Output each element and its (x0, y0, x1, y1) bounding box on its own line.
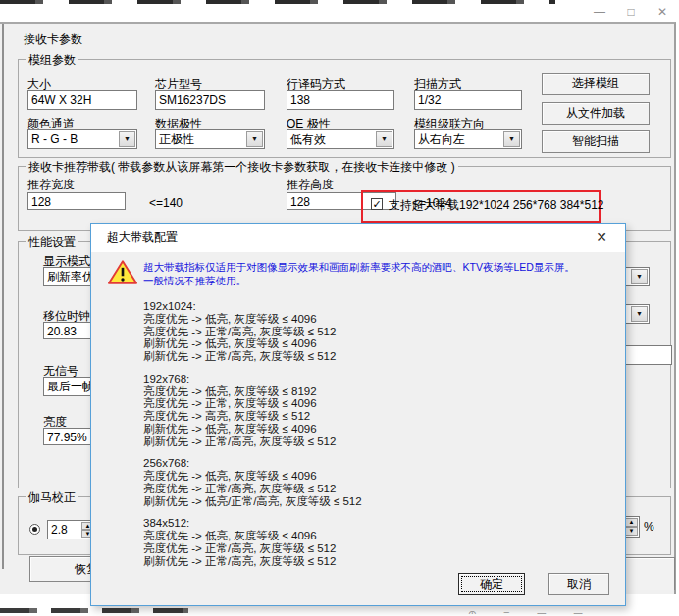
spin-down-icon[interactable]: ▼ (625, 527, 638, 536)
warning-text-line2: 一般情况不推荐使用。 (143, 275, 246, 287)
smart-scan-button[interactable]: 智能扫描 (542, 130, 650, 153)
section-line: 亮度优先 -> 正常/高亮, 灰度等级 ≤ 512 (143, 326, 362, 338)
clipped-bottom-fragments (0, 608, 188, 613)
section-line: 亮度优先 -> 低亮, 灰度等级 ≤ 4096 (143, 313, 362, 326)
row-decode-input[interactable]: 138 (287, 90, 394, 110)
chevron-down-icon[interactable]: ▼ (631, 269, 648, 284)
oe-polarity-value: 低有效 (290, 132, 326, 146)
cascade-dir-value: 从右向左 (418, 132, 465, 146)
section-line: 亮度优先 -> 高亮, 灰度等级 ≤ 512 (143, 410, 362, 423)
load-spec-list: 192x1024: 亮度优先 -> 低亮, 灰度等级 ≤ 4096 亮度优先 -… (143, 300, 362, 577)
scan-mode-input[interactable]: 1/32 (414, 90, 522, 110)
chevron-down-icon[interactable]: ▼ (631, 306, 648, 322)
section-line: 亮度优先 -> 正常/高亮, 灰度等级 ≤ 512 (143, 542, 362, 555)
rec-width-label: 推荐宽度 (27, 177, 75, 193)
recommended-load-group-title: 接收卡推荐带载( 带载参数从该屏幕第一个接收卡参数获取，在接收卡连接中修改 ) (26, 159, 458, 176)
cascade-dir-select[interactable]: 从右向左 ▼ (414, 129, 522, 149)
performance-group-title: 性能设置 (26, 234, 78, 251)
color-channel-value: R - G - B (31, 132, 78, 146)
color-channel-select[interactable]: R - G - B ▼ (27, 129, 137, 149)
load-spec-section: 256x768: 亮度优先 -> 低亮, 灰度等级 ≤ 4096 亮度优先 ->… (143, 457, 362, 507)
section-line: 刷新优先 -> 正常/高亮, 灰度等级 ≤ 512 (143, 350, 362, 363)
select-module-button[interactable]: 选择模组 (542, 73, 650, 95)
section-header: 192x1024: (143, 300, 362, 313)
panel-left-divider (2, 24, 4, 569)
section-header: 384x512: (143, 517, 362, 530)
chevron-down-icon[interactable]: ▼ (376, 131, 392, 147)
super-load-config-dialog: 超大带载配置 ✕ 超大带载指标仅适用于对图像显示效果和画面刷新率要求不高的酒吧、… (90, 223, 626, 606)
load-from-file-button[interactable]: 从文件加载 (542, 102, 650, 125)
no-signal-value: 最后一帧 (47, 380, 94, 393)
section-line: 亮度优先 -> 正常/高亮, 灰度等级 ≤ 512 (143, 483, 362, 495)
module-params-group-title: 模组参数 (26, 52, 78, 69)
spin-up-icon[interactable]: ▲ (625, 518, 638, 527)
section-header: 192x768: (143, 373, 362, 385)
data-polarity-select[interactable]: 正极性 ▼ (155, 129, 265, 149)
window-titlebar: — □ ✕ (0, 4, 679, 22)
super-load-checkbox-label[interactable]: 支持超大带载192*1024 256*768 384*512 (389, 197, 603, 214)
load-spec-section: 192x768: 亮度优先 -> 低亮, 灰度等级 ≤ 8192 亮度优先 ->… (143, 373, 362, 448)
section-line: 刷新优先 -> 低亮, 灰度等级 ≤ 4096 (143, 423, 362, 436)
section-header: 256x768: (143, 457, 362, 470)
chevron-down-icon[interactable]: ▼ (246, 131, 263, 147)
section-line: 刷新优先 -> 低亮/正常/高亮, 灰度等级 ≤ 512 (143, 495, 362, 508)
gamma-value: 2.8 (51, 523, 68, 537)
gamma-stepper[interactable]: 2.8 ▲ ▼ (47, 520, 96, 539)
rec-height-label: 推荐高度 (287, 177, 334, 193)
data-polarity-value: 正极性 (159, 132, 194, 146)
dialog-title: 超大带载配置 (107, 224, 178, 252)
section-line: 刷新优先 -> 正常/高亮, 灰度等级 ≤ 512 (143, 436, 362, 448)
super-load-checkbox[interactable]: ✓ (371, 198, 383, 210)
ok-button[interactable]: 确定 (458, 573, 525, 595)
percent-unit-label: % (644, 520, 654, 534)
load-spec-section: 384x512: 亮度优先 -> 低亮, 灰度等级 ≤ 4096 亮度优先 ->… (143, 517, 362, 567)
maximize-icon[interactable]: □ (616, 4, 646, 22)
size-input[interactable]: 64W X 32H (27, 90, 137, 110)
chip-model-input[interactable]: SM16237DS (155, 90, 265, 110)
section-line: 刷新优先 -> 正常/高亮, 灰度等级 ≤ 512 (143, 555, 362, 568)
gamma-radio[interactable] (29, 524, 40, 535)
section-line: 刷新优先 -> 低亮, 灰度等级 ≤ 4096 (143, 337, 362, 350)
section-line: 亮度优先 -> 低亮, 灰度等级 ≤ 4096 (143, 470, 362, 483)
page-title: 接收卡参数 (24, 31, 82, 48)
minimize-icon[interactable]: — (585, 4, 614, 22)
dialog-titlebar: 超大带载配置 ✕ (91, 224, 625, 252)
gamma-group-title: 伽马校正 (26, 489, 78, 506)
warning-text-line1: 超大带载指标仅适用于对图像显示效果和画面刷新率要求不高的酒吧、KTV夜场等LED… (143, 261, 575, 274)
rec-width-input[interactable]: 128 (27, 192, 126, 210)
load-spec-section: 192x1024: 亮度优先 -> 低亮, 灰度等级 ≤ 4096 亮度优先 -… (143, 300, 362, 363)
section-line: 亮度优先 -> 低亮, 灰度等级 ≤ 4096 (143, 530, 362, 542)
clipped-bottom-icons: ◡ ⊕ ≡ ▭ ▭ ◡ ⊙ (432, 607, 628, 614)
chevron-down-icon[interactable]: ▼ (119, 131, 135, 147)
oe-polarity-select[interactable]: 低有效 ▼ (287, 129, 394, 149)
close-icon[interactable]: ✕ (648, 4, 677, 22)
chevron-down-icon[interactable]: ▼ (503, 131, 520, 147)
close-icon[interactable]: ✕ (588, 224, 615, 252)
section-line: 亮度优先 -> 正常, 灰度等级 ≤ 4096 (143, 397, 362, 410)
cancel-button[interactable]: 取消 (548, 573, 609, 595)
warning-icon (108, 259, 137, 285)
rec-width-limit: <=140 (149, 196, 183, 210)
section-line: 亮度优先 -> 低亮, 灰度等级 ≤ 8192 (143, 385, 362, 398)
